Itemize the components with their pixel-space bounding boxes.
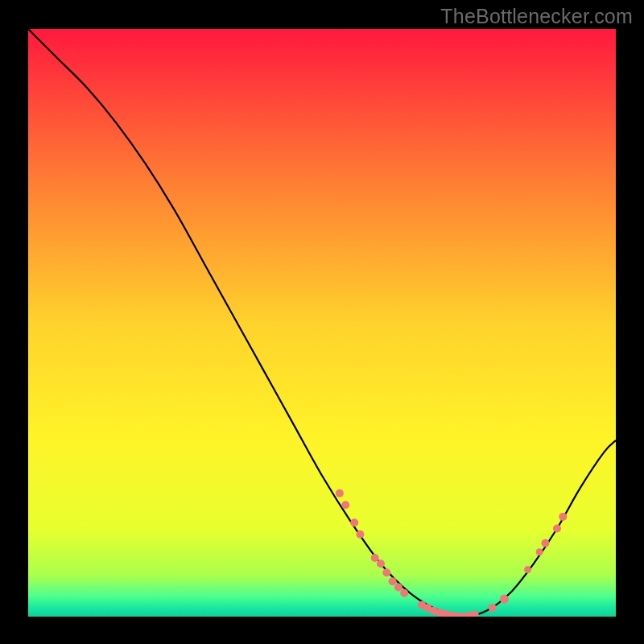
highlight-point <box>471 611 479 619</box>
highlight-point <box>394 584 402 592</box>
highlight-point <box>356 530 364 539</box>
highlight-point <box>559 513 567 521</box>
highlight-point <box>377 559 385 568</box>
highlight-point <box>336 489 344 497</box>
highlight-point <box>536 548 543 555</box>
highlight-point <box>500 595 509 604</box>
highlight-point <box>350 518 358 526</box>
highlight-point <box>382 568 390 576</box>
highlight-point <box>541 539 549 547</box>
highlight-point <box>341 501 349 509</box>
gradient-background <box>28 29 616 617</box>
bottleneck-chart: TheBottlenecker.com <box>0 0 644 644</box>
watermark-text: TheBottlenecker.com <box>440 5 633 28</box>
highlight-point <box>400 589 408 597</box>
chart-svg <box>0 0 644 644</box>
highlight-point <box>371 554 379 562</box>
highlight-point <box>489 604 497 612</box>
highlight-point <box>524 566 531 573</box>
highlight-point <box>553 525 561 533</box>
highlight-point <box>389 577 397 585</box>
